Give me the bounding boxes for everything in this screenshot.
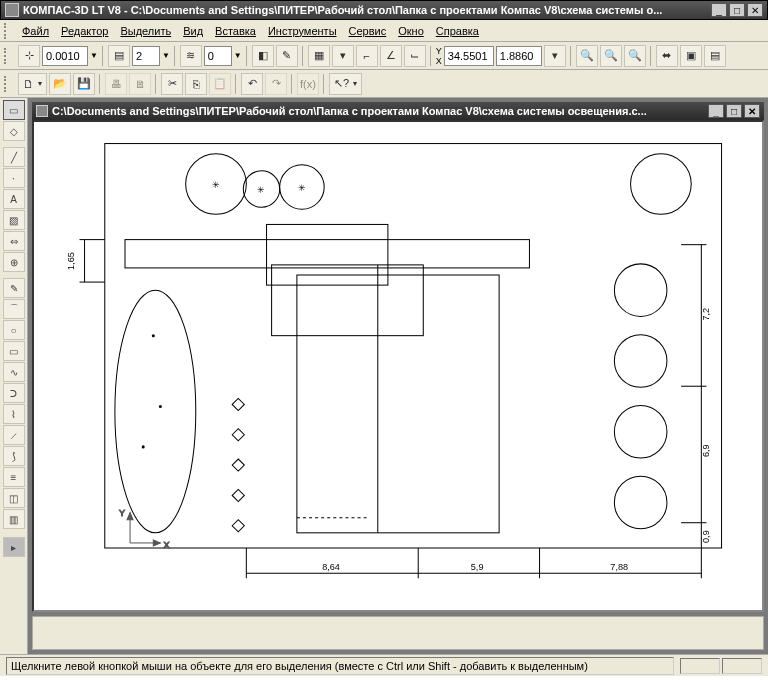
step-input[interactable] [42,46,88,66]
close-button[interactable]: ✕ [747,3,763,17]
spline-tool-icon[interactable]: ∿ [3,362,25,382]
status-box-1 [680,658,720,674]
point-tool-icon[interactable]: · [3,168,25,188]
preview-icon[interactable]: 🗎 [129,73,151,95]
selection-tool-icon[interactable]: ▭ [3,100,25,120]
symbol-tool-icon[interactable]: ⊕ [3,252,25,272]
property-panel[interactable] [32,616,764,650]
geometry-tool-icon[interactable]: ◇ [3,121,25,141]
coord-x-input[interactable] [444,46,494,66]
svg-text:X: X [163,540,169,550]
eraser-icon[interactable]: ◧ [252,45,274,67]
fillet-tool-icon[interactable]: ⟆ [3,446,25,466]
aux-tool-icon[interactable]: ≡ [3,467,25,487]
arc-tool-icon[interactable]: ⌒ [3,299,25,319]
hatch-tool-icon[interactable]: ▨ [3,210,25,230]
toolbar-grip[interactable] [4,23,10,39]
angle-icon[interactable]: ∠ [380,45,402,67]
title-bar: КОМПАС-3D LT V8 - C:\Documents and Setti… [0,0,768,20]
help-cursor-icon[interactable]: ↖?▾ [329,73,362,95]
edit-tool-icon[interactable]: ✎ [3,278,25,298]
menu-help[interactable]: Справка [436,25,479,37]
new-doc-button[interactable]: 🗋▾ [18,73,47,95]
menu-select[interactable]: Выделить [120,25,171,37]
local-cs-icon[interactable]: ⌙ [404,45,426,67]
coord-label: YX [436,46,442,66]
coord-y-input[interactable] [496,46,542,66]
svg-rect-17 [267,224,388,285]
svg-point-12 [115,290,196,533]
pan-icon[interactable]: ⬌ [656,45,678,67]
zoom-out-icon[interactable]: 🔍 [600,45,622,67]
left-toolbar: ▭ ◇ ╱ · A ▨ ⇔ ⊕ ✎ ⌒ ○ ▭ ∿ Ɔ ⌇ ⟋ ⟆ ≡ ◫ ▥ … [0,98,28,654]
open-icon[interactable]: 📂 [49,73,71,95]
menu-view[interactable]: Вид [183,25,203,37]
layer-input[interactable] [132,46,160,66]
status-text: Щелкните левой кнопкой мыши на объекте д… [6,657,674,675]
minimize-button[interactable]: _ [711,3,727,17]
rect-tool-icon[interactable]: ▭ [3,341,25,361]
toolbar-grip[interactable] [4,48,10,64]
snap-toggle-icon[interactable]: ⊹ [18,45,40,67]
save-icon[interactable]: 💾 [73,73,95,95]
circle-tool-icon[interactable]: ○ [3,320,25,340]
chamfer-tool-icon[interactable]: ⟋ [3,425,25,445]
document-area: C:\Documents and Settings\ПИТЕР\Рабочий … [28,98,768,654]
text-tool-icon[interactable]: A [3,189,25,209]
polyline-tool-icon[interactable]: ⌇ [3,404,25,424]
redo-icon[interactable]: ↷ [265,73,287,95]
copy-icon[interactable]: ⎘ [185,73,207,95]
maximize-button[interactable]: □ [729,3,745,17]
drawing-canvas[interactable]: ✳ ✳ ✳ [32,120,764,612]
status-bar: Щелкните левой кнопкой мыши на объекте д… [0,654,768,676]
layer-dropdown[interactable]: ▼ [132,46,170,66]
layers-icon[interactable]: ▤ [108,45,130,67]
grid-icon[interactable]: ▦ [308,45,330,67]
doc-close-button[interactable]: ✕ [744,104,760,118]
cut-icon[interactable]: ✂ [161,73,183,95]
toolbar-grip[interactable] [4,76,10,92]
ortho-icon[interactable]: ⌐ [356,45,378,67]
menu-service[interactable]: Сервис [349,25,387,37]
doc-maximize-button[interactable]: □ [726,104,742,118]
style-input[interactable] [204,46,232,66]
app-icon [5,3,19,17]
menu-bar: Файл Редактор Выделить Вид Вставка Инстр… [0,20,768,42]
style-dropdown[interactable]: ▼ [204,46,242,66]
svg-marker-43 [153,540,160,546]
svg-point-14 [159,405,162,408]
fit-icon[interactable]: ▣ [680,45,702,67]
svg-rect-16 [125,240,529,268]
zoom-in-icon[interactable]: 🔍 [576,45,598,67]
grid-dropdown-icon[interactable]: ▾ [332,45,354,67]
menu-insert[interactable]: Вставка [215,25,256,37]
menu-tools[interactable]: Инструменты [268,25,337,37]
paste-icon[interactable]: 📋 [209,73,231,95]
svg-text:7,2: 7,2 [701,308,711,321]
undo-icon[interactable]: ↶ [241,73,263,95]
menu-file[interactable]: Файл [22,25,49,37]
svg-point-13 [152,334,155,337]
svg-text:7,88: 7,88 [610,562,628,572]
toggle-panel-icon[interactable]: ▸ [3,537,25,557]
curve-tool-icon[interactable]: Ɔ [3,383,25,403]
params-tool-icon[interactable]: ▥ [3,509,25,529]
svg-point-10 [614,405,667,458]
dimension-tool-icon[interactable]: ⇔ [3,231,25,251]
measure-tool-icon[interactable]: ◫ [3,488,25,508]
coord-dropdown[interactable]: ▾ [544,45,566,67]
refresh-icon[interactable]: ▤ [704,45,726,67]
trim-icon[interactable]: ✎ [276,45,298,67]
variables-icon[interactable]: f(x) [297,73,319,95]
svg-marker-44 [127,513,133,520]
line-tool-icon[interactable]: ╱ [3,147,25,167]
print-icon[interactable]: 🖶 [105,73,127,95]
doc-minimize-button[interactable]: _ [708,104,724,118]
step-dropdown[interactable]: ▼ [42,46,98,66]
svg-text:✳: ✳ [298,183,306,193]
zoom-window-icon[interactable]: 🔍 [624,45,646,67]
linetype-icon[interactable]: ≋ [180,45,202,67]
svg-text:6,9: 6,9 [701,444,711,457]
menu-window[interactable]: Окно [398,25,424,37]
menu-editor[interactable]: Редактор [61,25,108,37]
